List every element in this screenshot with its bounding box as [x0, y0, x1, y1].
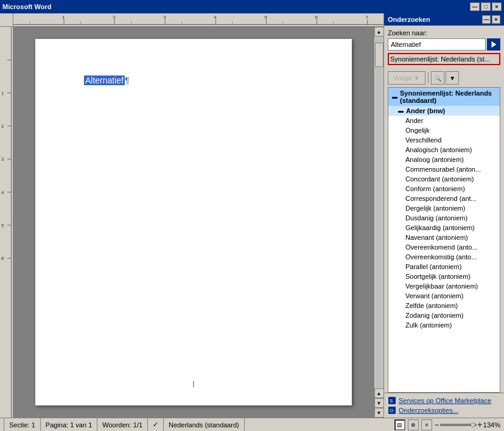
zoom-slider[interactable]: [440, 424, 477, 426]
list-item[interactable]: Vergelijkbaar (antoniem): [388, 281, 500, 291]
view-normal-btn[interactable]: ▤: [394, 419, 405, 430]
options-label: Onderzoeksopties...: [399, 407, 458, 414]
list-item[interactable]: Zodanig (antoniem): [388, 310, 500, 320]
zoom-area: − + 134%: [435, 421, 500, 429]
svg-text:4: 4: [214, 15, 217, 20]
search-go-button[interactable]: [487, 38, 500, 51]
zoom-thumb[interactable]: [471, 422, 475, 427]
list-item[interactable]: Overeenkomstig (anto...: [388, 252, 500, 262]
list-item[interactable]: Ander: [388, 116, 500, 125]
scroll-page-down-btn[interactable]: ▼: [374, 398, 384, 408]
scroll-thumb[interactable]: [375, 43, 383, 67]
svg-text:6: 6: [315, 15, 318, 20]
list-item[interactable]: Analogisch (antoniem): [388, 145, 500, 155]
thesaurus-dropdown[interactable]: Synoniemenlijst: Nederlands (st... Synon…: [388, 53, 500, 65]
group-header: ▬ Synoniemenlijst: Nederlands (standaard…: [388, 88, 500, 106]
svg-text:6: 6: [1, 256, 4, 261]
list-item[interactable]: Dusdanig (antoniem): [388, 213, 500, 223]
list-item[interactable]: Analoog (antoniem): [388, 155, 500, 164]
document-page: Alternatief¶ |: [35, 39, 352, 405]
list-item[interactable]: Verwant (antoniem): [388, 291, 500, 301]
scroll-up-btn[interactable]: ▲: [374, 27, 384, 37]
list-item[interactable]: Overeenkomend (anto...: [388, 242, 500, 252]
svg-text:3: 3: [1, 156, 4, 162]
scroll-page-up-btn[interactable]: ▲: [374, 388, 384, 398]
list-item[interactable]: Zulk (antoniem): [388, 320, 500, 330]
dropdown-row: Synoniemenlijst: Nederlands (st... Synon…: [388, 53, 500, 65]
title-bar: Microsoft Word — □ ×: [0, 0, 504, 13]
svg-text:O: O: [390, 408, 393, 413]
doc-body: 1 2 3 4 5 6: [0, 27, 383, 418]
nav-arrow-down-btn[interactable]: ▼: [446, 71, 459, 85]
ruler-container: 1 2 3 4 5: [0, 13, 383, 27]
list-item[interactable]: Verschillend: [388, 135, 500, 145]
search-section: Zoeken naar: Synoniemenlijst: Nederlands…: [384, 26, 504, 69]
results-list[interactable]: ▬ Synoniemenlijst: Nederlands (standaard…: [388, 87, 500, 393]
scroll-track[interactable]: [375, 37, 383, 388]
view-outline-btn[interactable]: ≡: [421, 419, 432, 430]
selected-word: Alternatief: [84, 75, 125, 85]
zoom-minus-btn[interactable]: −: [435, 421, 439, 429]
list-item[interactable]: Corresponderend (ant...: [388, 194, 500, 203]
minimize-btn[interactable]: —: [470, 2, 480, 11]
svg-text:7: 7: [366, 15, 369, 20]
search-arrow-icon: [489, 40, 498, 49]
document-scroll[interactable]: Alternatief¶ |: [13, 27, 374, 418]
view-web-btn[interactable]: ⊕: [408, 419, 419, 430]
list-item[interactable]: Ongelijk: [388, 125, 500, 135]
subgroup-collapse-icon[interactable]: ▬: [398, 108, 404, 114]
doc-vertical-scrollbar: ▲ ▲ ▼ ▼: [374, 27, 383, 418]
ruler-corner: [0, 13, 13, 27]
navigation-row: Vorige ▼ 🔍 ▼: [384, 69, 504, 87]
svg-text:5: 5: [1, 223, 4, 228]
list-item[interactable]: Dergelijk (antoniem): [388, 203, 500, 213]
pilcrow-mark: ¶: [125, 75, 130, 85]
list-item[interactable]: Soortgelijk (antoniem): [388, 272, 500, 281]
svg-rect-23: [11, 27, 12, 418]
scroll-down-btn[interactable]: ▼: [374, 408, 384, 418]
svg-text:1: 1: [62, 15, 65, 20]
previous-button[interactable]: Vorige ▼: [388, 71, 425, 85]
options-icon: O: [388, 406, 396, 415]
prev-label: Vorige: [393, 74, 412, 82]
list-item[interactable]: Commensurabel (anton...: [388, 164, 500, 174]
svg-text:S: S: [390, 398, 393, 404]
search-input[interactable]: [388, 38, 486, 51]
svg-text:1: 1: [1, 91, 4, 96]
marketplace-link[interactable]: S Services op Office Marketplace: [388, 396, 500, 405]
svg-text:4: 4: [1, 190, 4, 195]
status-language: Nederlands (standaard): [164, 418, 245, 431]
panel-close-btn[interactable]: ×: [492, 15, 500, 24]
list-item[interactable]: Navenant (antoniem): [388, 233, 500, 242]
main-area: 1 2 3 4 5: [0, 13, 504, 418]
ruler-vertical: 1 2 3 4 5 6: [0, 27, 13, 418]
marketplace-icon: S: [388, 396, 396, 405]
results-items: AnderOngelijkVerschillendAnalogisch (ant…: [388, 116, 500, 330]
list-item[interactable]: Parallel (antoniem): [388, 262, 500, 272]
document-area: 1 2 3 4 5: [0, 13, 383, 418]
list-item[interactable]: Concordant (antoniem): [388, 174, 500, 184]
status-right: ▤ ⊕ ≡ − + 134%: [394, 419, 500, 430]
list-item[interactable]: Gelijkaardig (antoniem): [388, 223, 500, 233]
panel-title-bar: Onderzoeken — ×: [384, 13, 504, 26]
svg-text:3: 3: [163, 15, 166, 20]
research-panel: Onderzoeken — × Zoeken naar: Synoniemenl…: [383, 13, 504, 418]
options-link[interactable]: O Onderzoeksopties...: [388, 405, 500, 415]
zoom-plus-btn[interactable]: +: [478, 421, 482, 429]
close-btn[interactable]: ×: [492, 2, 502, 11]
app-title: Microsoft Word: [2, 3, 51, 10]
list-item[interactable]: Zelfde (antoniem): [388, 301, 500, 310]
nav-separator: [428, 72, 429, 83]
status-page: Pagina: 1 van 1: [41, 418, 97, 431]
list-item[interactable]: Conform (antoniem): [388, 184, 500, 194]
group-collapse-icon[interactable]: ▬: [392, 94, 397, 100]
marketplace-label: Services op Office Marketplace: [399, 397, 491, 404]
document-content: Alternatief¶: [84, 75, 315, 85]
maximize-btn[interactable]: □: [481, 2, 491, 11]
lookup-icon-btn[interactable]: 🔍: [431, 71, 444, 85]
panel-minimize-btn[interactable]: —: [482, 15, 491, 24]
svg-text:2: 2: [1, 124, 4, 129]
text-cursor: |: [193, 380, 195, 387]
ruler-horizontal: 1 2 3 4 5: [13, 13, 383, 27]
status-section: Sectie: 1: [4, 418, 41, 431]
